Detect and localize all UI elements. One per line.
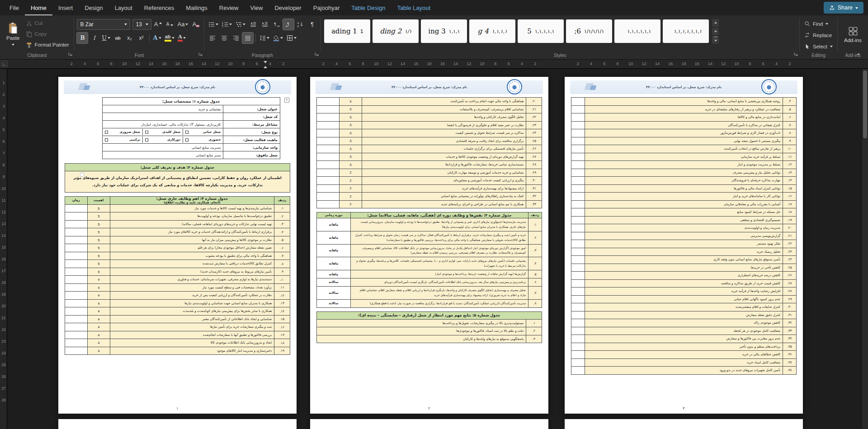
share-button[interactable]: Share — [824, 2, 863, 14]
result-text[interactable]: تأمین کامل تجهیزات نیروهای جدید در بدو و… — [585, 367, 783, 375]
grow-font-button[interactable]: A — [152, 19, 163, 30]
style-card-8[interactable]: ۱,۱,۱,۱,۱,۱,۱ — [663, 19, 709, 43]
task-text[interactable]: برآورد تعداد، مشخصات فنی و سطح کیفیت مور… — [110, 283, 274, 292]
task-text[interactable]: نظارت بر عملکرد تأمین‌کنندگان و ارزیابی … — [110, 292, 274, 300]
task-text[interactable]: ارائه پیشنهادها برای بهینه‌سازی فرآیندها… — [362, 184, 526, 193]
task-time[interactable] — [317, 145, 340, 153]
result-text[interactable]: کاهش خطاهای مالی در خرید — [585, 351, 783, 359]
result-text[interactable]: عدم بروز کمبود ناگهانی اقلام حیاتی — [585, 295, 783, 303]
row-index[interactable]: ۲۲. — [783, 240, 797, 248]
spacer-cell[interactable] — [571, 358, 585, 367]
task-time[interactable] — [317, 184, 340, 193]
justify-button[interactable] — [242, 33, 253, 43]
row-index[interactable]: ۳۲. — [783, 319, 797, 327]
row-index[interactable]: ۲۸. — [526, 161, 542, 169]
task-text[interactable]: تأمین نیازهای مربوط به نیروهای جدید (کار… — [110, 268, 274, 276]
spacer-cell[interactable] — [571, 224, 585, 232]
task-time[interactable] — [65, 339, 88, 347]
row-index[interactable]: ۳۱. — [783, 311, 797, 319]
row-index[interactable]: ۱۳. — [783, 169, 797, 177]
task-importance[interactable]: 3 — [339, 121, 362, 129]
spec-option[interactable]: حضوری — [183, 137, 223, 143]
strikethrough-button[interactable]: ab — [113, 33, 123, 43]
task-text[interactable]: ایجاد و به‌روزرسانی بانک اطلاعات موجودی … — [110, 339, 274, 347]
task-importance[interactable]: 5 — [87, 212, 110, 221]
spec-label[interactable]: کد شغل: — [223, 113, 280, 121]
result-text[interactable]: کاهش درصد خریدهای اضطراری — [585, 272, 783, 280]
spacer-cell[interactable] — [571, 113, 585, 122]
row-index[interactable]: ۳. — [526, 335, 542, 343]
result-text[interactable]: شفافیت کامل موجودی در هر لحظه — [585, 327, 783, 335]
highlight-color-button[interactable]: ab — [164, 33, 176, 43]
task-importance[interactable]: 4 — [87, 299, 110, 307]
task-text[interactable]: تهیه لیست نهایی تدارکات و خریدهای دوره‌ا… — [110, 220, 274, 228]
spec-value[interactable] — [102, 113, 223, 121]
tab-layout[interactable]: Layout — [109, 0, 138, 15]
result-text[interactable]: مدیریت زمان و اولویت‌بندی — [585, 224, 783, 232]
tab-review[interactable]: Review — [213, 0, 245, 15]
periodic-period[interactable]: ماهانه — [317, 270, 351, 278]
task-text[interactable]: شناسایی اقلام پرمصرف، کم‌مصرف و بلااستفا… — [362, 105, 526, 113]
row-index[interactable]: ۳۴. — [783, 335, 797, 343]
row-index[interactable]: ۲۷. — [783, 279, 797, 288]
row-index[interactable]: ۱۱. — [274, 283, 290, 292]
row-index[interactable]: ۱۴. — [274, 307, 290, 316]
task-importance[interactable]: 2 — [339, 200, 362, 208]
format-painter-button[interactable]: Format Painter — [24, 40, 71, 50]
checkbox[interactable] — [185, 131, 189, 134]
result-text[interactable]: توانایی کار با سامانه‌های خرید و انبار — [585, 193, 783, 201]
task-text[interactable]: مذاکره بر سر قیمت، شرایط تحویل و تضمین ک… — [362, 129, 526, 137]
checkbox[interactable] — [105, 138, 108, 141]
spec-value[interactable]: پشتیبانی و خرید — [102, 105, 223, 113]
spacer-cell[interactable] — [571, 153, 585, 161]
task-time[interactable] — [65, 204, 88, 212]
change-case-button[interactable]: Aa — [176, 19, 189, 30]
replace-button[interactable]: Replace — [802, 29, 835, 41]
task-importance[interactable]: 2 — [339, 193, 362, 201]
task-text[interactable]: کنترل تطابق کالا/خدمات دریافتی با سفارش … — [110, 260, 274, 268]
row-index[interactable]: ۸. — [783, 129, 797, 137]
column-header-time[interactable]: زمان — [65, 196, 88, 204]
indent-marker[interactable] — [264, 61, 267, 68]
align-right-button[interactable] — [231, 33, 241, 43]
task-text[interactable]: تحلیل الگوی مصرف کارکنان و واحدها — [362, 113, 526, 122]
periodic-period[interactable]: سالانه — [317, 286, 351, 299]
font-size-select[interactable]: 13 — [132, 19, 151, 30]
spec-label[interactable]: شغل مافوق: — [223, 151, 280, 159]
tab-mailings[interactable]: Mailings — [180, 0, 213, 15]
paragraph-dialog-launcher[interactable] — [314, 50, 319, 58]
row-index[interactable]: ۲۴. — [783, 256, 797, 264]
row-index[interactable]: ۱۵. — [783, 184, 797, 193]
task-importance[interactable]: 2 — [339, 177, 362, 185]
row-index[interactable]: ۶. — [274, 244, 290, 252]
row-index[interactable]: ۷. — [528, 286, 542, 299]
task-time[interactable] — [65, 268, 88, 276]
spacer-cell[interactable] — [571, 161, 585, 169]
align-left-button[interactable] — [207, 33, 218, 43]
task-text[interactable]: همکاری با مدیران منابع انسانی جهت شناسای… — [110, 299, 274, 307]
task-text[interactable]: تهیه گزارش‌های دوره‌ای از وضعیت موجودی ک… — [362, 153, 526, 161]
paste-button[interactable]: Paste — [3, 18, 23, 51]
task-time[interactable] — [65, 315, 88, 323]
task-importance[interactable]: 4 — [339, 98, 362, 106]
spec-option[interactable]: دورکاری — [143, 137, 183, 143]
periodic-period[interactable]: سالانه — [317, 299, 351, 307]
page-1[interactable]: نام مدرک: شرح شغل، بر اساس استاندارد ۳۴۰… — [58, 77, 297, 414]
task-importance[interactable]: 5 — [87, 252, 110, 260]
row-index[interactable]: ۳۶. — [783, 351, 797, 359]
periodic-period[interactable]: ماهانه — [317, 218, 351, 231]
decrease-indent-button[interactable] — [248, 19, 259, 30]
multilevel-list-button[interactable] — [234, 19, 247, 30]
row-index[interactable]: ۲۶. — [526, 145, 542, 153]
row-index[interactable]: ۲. — [528, 231, 542, 244]
result-text[interactable]: امانت‌داری در منابع مالی و کالاها — [585, 113, 783, 122]
row-index[interactable]: ۲۲. — [526, 113, 542, 122]
task-text[interactable]: برگزاری مناقصه برای ایجاد رقابت و صرفه ا… — [362, 137, 526, 145]
style-card-4[interactable]: g 4۱,۱,۱,۱ — [469, 19, 515, 43]
styles-scroll-up-button[interactable] — [712, 19, 719, 27]
table-title[interactable]: جدول شماره ۲: هدف و تعریف کلی شغل: — [65, 164, 290, 171]
row-index[interactable]: ۳۰. — [783, 303, 797, 311]
row-index[interactable]: ۶. — [783, 113, 797, 122]
task-importance[interactable]: 5 — [87, 220, 110, 228]
tab-developer[interactable]: Developer — [269, 0, 307, 15]
